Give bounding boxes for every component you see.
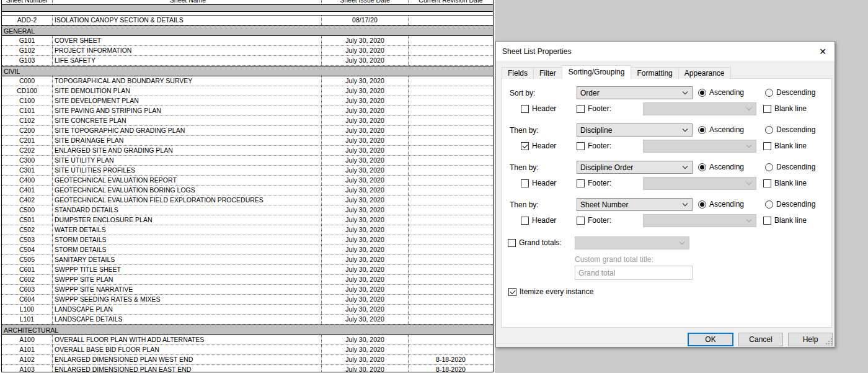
sheet-name-cell[interactable]: GEOTECHNICAL EVALUATION BORING LOGS [53, 186, 322, 195]
sheet-issue-date-cell[interactable]: July 30, 2020 [322, 225, 409, 235]
sheet-number-cell[interactable]: C501 [2, 215, 53, 225]
sheet-issue-date-cell[interactable]: July 30, 2020 [322, 46, 409, 55]
resize-grip-icon[interactable] [831, 343, 832, 344]
sheet-issue-date-cell[interactable]: July 30, 2020 [322, 56, 409, 65]
sheet-number-cell[interactable]: L100 [2, 305, 53, 314]
dialog-titlebar[interactable]: Sheet List Properties ✕ [496, 42, 835, 61]
current-revision-date-cell[interactable] [409, 56, 493, 65]
header-checkbox[interactable]: Header [521, 104, 556, 113]
current-revision-date-cell[interactable] [409, 275, 493, 284]
sheet-issue-date-cell[interactable]: July 30, 2020 [322, 136, 409, 145]
tab-fields[interactable]: Fields [502, 67, 534, 79]
sheet-issue-date-cell[interactable]: July 30, 2020 [322, 245, 409, 254]
sheet-name-cell[interactable]: SANITARY DETAILS [53, 255, 322, 264]
sheet-name-cell[interactable]: ISOLATION CANOPY SECTION & DETAILS [53, 16, 322, 25]
tab-appearance[interactable]: Appearance [678, 67, 731, 79]
sheet-name-cell[interactable]: LANDSCAPE DETAILS [53, 315, 322, 324]
sheet-name-cell[interactable]: STORM DETAILS [53, 235, 322, 245]
sheet-number-cell[interactable]: C500 [2, 205, 53, 215]
sort-field-dropdown[interactable]: Discipline Order [577, 161, 693, 174]
current-revision-date-cell[interactable] [409, 176, 493, 185]
ascending-radio[interactable]: Ascending [698, 163, 744, 171]
sheet-number-cell[interactable]: ADD-2 [2, 16, 53, 25]
sheet-issue-date-cell[interactable]: July 30, 2020 [322, 76, 409, 86]
sheet-number-cell[interactable]: C502 [2, 225, 53, 235]
sheet-issue-date-cell[interactable]: July 30, 2020 [322, 116, 409, 125]
sheet-name-cell[interactable]: SWPPP SITE NARRATIVE [53, 285, 322, 294]
current-revision-date-cell[interactable]: 8-18-2020 [409, 355, 493, 364]
sheet-name-cell[interactable]: STORM DETAILS [53, 245, 322, 254]
current-revision-date-cell[interactable] [409, 225, 493, 235]
sheet-name-cell[interactable]: SITE UTILITIES PROFILES [53, 166, 322, 175]
column-header-current-revision-date[interactable]: Current Revision Date [409, 0, 493, 4]
sort-field-dropdown[interactable]: Sheet Number [577, 198, 693, 211]
sheet-name-cell[interactable]: GEOTECHNICAL EVALUATION REPORT [53, 176, 322, 185]
tab-filter[interactable]: Filter [533, 67, 562, 79]
close-button[interactable]: ✕ [811, 42, 835, 61]
sheet-name-cell[interactable]: TOPOGRAPHICAL AND BOUNDARY SURVEY [53, 76, 322, 86]
sheet-name-cell[interactable]: SWPPP SITE PLAN [53, 275, 322, 284]
current-revision-date-cell[interactable] [409, 315, 493, 324]
sheet-issue-date-cell[interactable]: July 30, 2020 [322, 156, 409, 165]
sheet-issue-date-cell[interactable]: July 30, 2020 [322, 36, 409, 45]
sheet-name-cell[interactable]: SITE TOPOGRAPHIC AND GRADING PLAN [53, 126, 322, 135]
current-revision-date-cell[interactable] [409, 16, 493, 25]
sheet-name-cell[interactable]: ENLARGED DIMENSIONED PLAN WEST END [53, 355, 322, 364]
sheet-number-cell[interactable]: C604 [2, 295, 53, 304]
current-revision-date-cell[interactable] [409, 245, 493, 254]
help-button[interactable]: Help [788, 333, 833, 346]
sheet-number-cell[interactable]: G103 [2, 56, 53, 65]
sheet-issue-date-cell[interactable]: July 30, 2020 [322, 195, 409, 205]
tab-formatting[interactable]: Formatting [631, 67, 678, 79]
current-revision-date-cell[interactable] [409, 76, 493, 86]
sheet-name-cell[interactable]: OVERALL BASE BID FLOOR PLAN [53, 345, 322, 354]
header-checkbox[interactable]: Header [521, 179, 556, 187]
header-checkbox[interactable]: Header [521, 216, 556, 225]
current-revision-date-cell[interactable] [409, 285, 493, 294]
blank-line-checkbox[interactable]: Blank line [763, 179, 807, 187]
current-revision-date-cell[interactable] [409, 166, 493, 175]
sheet-issue-date-cell[interactable]: July 30, 2020 [322, 205, 409, 215]
current-revision-date-cell[interactable] [409, 116, 493, 125]
cancel-button[interactable]: Cancel [738, 333, 783, 346]
sheet-issue-date-cell[interactable]: July 30, 2020 [322, 126, 409, 135]
sheet-number-cell[interactable]: C200 [2, 126, 53, 135]
sheet-name-cell[interactable]: OVERALL FLOOR PLAN WITH ADD ALTERNATES [53, 335, 322, 344]
sheet-name-cell[interactable]: ENLARGED SITE AND GRADING PLAN [53, 146, 322, 155]
sheet-number-cell[interactable]: C101 [2, 106, 53, 115]
ascending-radio[interactable]: Ascending [698, 125, 744, 134]
blank-line-checkbox[interactable]: Blank line [763, 142, 807, 150]
sheet-number-cell[interactable]: C400 [2, 176, 53, 185]
sheet-name-cell[interactable]: SITE DEVELOPMENT PLAN [53, 96, 322, 106]
sheet-issue-date-cell[interactable]: July 30, 2020 [322, 355, 409, 364]
current-revision-date-cell[interactable] [409, 255, 493, 264]
sheet-number-cell[interactable]: A101 [2, 345, 53, 354]
sheet-number-cell[interactable]: C504 [2, 245, 53, 254]
current-revision-date-cell[interactable] [409, 96, 493, 106]
sheet-number-cell[interactable]: A103 [2, 365, 53, 372]
sheet-name-cell[interactable]: SWPPP SEEDING RATES & MIXES [53, 295, 322, 304]
current-revision-date-cell[interactable] [409, 215, 493, 225]
descending-radio[interactable]: Descending [765, 200, 815, 209]
sheet-number-cell[interactable]: L101 [2, 315, 53, 324]
sheet-name-cell[interactable]: SITE CONCRETE PLAN [53, 116, 322, 125]
column-header-sheet-name[interactable]: Sheet Name [53, 0, 322, 4]
sheet-name-cell[interactable]: SITE DEMOLITION PLAN [53, 86, 322, 96]
sheet-name-cell[interactable]: GEOTECHNICAL EVALUATION FIELD EXPLORATIO… [53, 195, 322, 205]
sheet-number-cell[interactable]: C601 [2, 265, 53, 274]
header-checkbox[interactable]: Header [521, 142, 556, 150]
current-revision-date-cell[interactable]: 8-18-2020 [409, 365, 493, 372]
sheet-name-cell[interactable]: ENLARGED DIMENSIONED PLAN EAST END [53, 365, 322, 372]
blank-line-checkbox[interactable]: Blank line [763, 104, 807, 113]
footer-checkbox[interactable]: Footer: [577, 104, 611, 113]
sheet-name-cell[interactable]: LIFE SAFETY [53, 56, 322, 65]
current-revision-date-cell[interactable] [409, 156, 493, 165]
sheet-issue-date-cell[interactable]: July 30, 2020 [322, 285, 409, 294]
sort-field-dropdown[interactable]: Order [577, 86, 693, 99]
ascending-radio[interactable]: Ascending [698, 88, 744, 97]
current-revision-date-cell[interactable] [409, 36, 493, 45]
descending-radio[interactable]: Descending [765, 163, 815, 171]
current-revision-date-cell[interactable] [409, 86, 493, 96]
sheet-issue-date-cell[interactable]: July 30, 2020 [322, 335, 409, 344]
sheet-issue-date-cell[interactable]: July 30, 2020 [322, 295, 409, 304]
